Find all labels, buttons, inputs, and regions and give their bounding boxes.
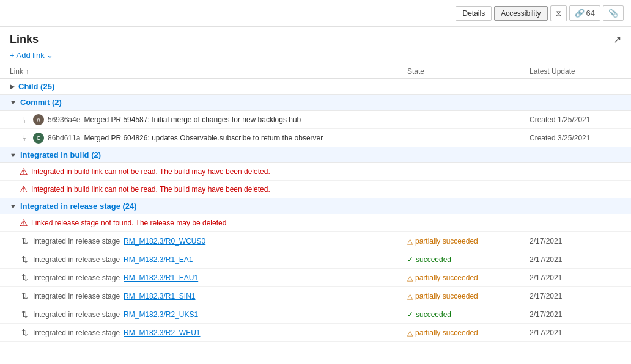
commit-date-2: Created 3/25/2021 bbox=[530, 134, 621, 142]
release-item-2-left: ⇅ Integrated in release stage RM_M182.3/… bbox=[20, 255, 407, 264]
main-content: Links ↗ + Add link ⌄ Link ↑ State Latest… bbox=[0, 27, 631, 364]
section-integrated-release[interactable]: ▼ Integrated in release stage (24) bbox=[0, 198, 631, 214]
status-partial-1: △ partially succeeded bbox=[407, 237, 530, 246]
warning-triangle-icon-4: △ bbox=[407, 292, 413, 300]
stage-link-6[interactable]: RM_M182.3/R2_WEU1 bbox=[124, 329, 200, 337]
attachment-button[interactable]: 📎 bbox=[603, 5, 624, 21]
history-button[interactable]: ⧖ bbox=[550, 5, 567, 21]
table-area: Link ↑ State Latest Update ▶ Child (25) … bbox=[0, 65, 631, 364]
release-state-4: △ partially succeeded bbox=[407, 292, 530, 300]
list-scroll[interactable]: ▶ Child (25) ▼ Commit (2) ⑂ A 56936a4e M… bbox=[0, 79, 631, 361]
links-header: Links ↗ bbox=[0, 27, 631, 49]
stage-icon-3: ⇅ bbox=[20, 273, 29, 283]
release-state-3: △ partially succeeded bbox=[407, 274, 530, 282]
release-item-1: ⇅ Integrated in release stage RM_M182.3/… bbox=[0, 232, 631, 250]
expand-icon[interactable]: ↗ bbox=[613, 34, 621, 45]
avatar-2: C bbox=[33, 133, 44, 144]
page-title: Links bbox=[10, 33, 39, 46]
toolbar: Details Accessibility ⧖ 🔗 64 📎 bbox=[0, 0, 631, 27]
release-date-3: 2/17/2021 bbox=[530, 274, 621, 282]
commit-msg-2: Merged PR 604826: updates Observable.sub… bbox=[84, 134, 323, 142]
add-link-chevron: ⌄ bbox=[46, 51, 53, 60]
links-count: 64 bbox=[586, 9, 595, 18]
section-build-label: Integrated in build (2) bbox=[20, 150, 101, 159]
status-partial-3: △ partially succeeded bbox=[407, 274, 530, 282]
release-item-2: ⇅ Integrated in release stage RM_M182.3/… bbox=[0, 250, 631, 269]
commit-date-1: Created 1/25/2021 bbox=[530, 115, 621, 124]
stage-icon-1: ⇅ bbox=[20, 236, 29, 246]
stage-icon-5: ⇅ bbox=[20, 310, 29, 319]
status-success-2: ✓ succeeded bbox=[407, 255, 530, 264]
build-error-text-2: Integrated in build link can not be read… bbox=[31, 185, 270, 194]
status-partial-4: △ partially succeeded bbox=[407, 292, 530, 300]
error-icon-3: ⚠ bbox=[20, 217, 28, 228]
accessibility-button[interactable]: Accessibility bbox=[494, 6, 547, 21]
build-error-text-1: Integrated in build link can not be read… bbox=[31, 167, 270, 176]
column-headers: Link ↑ State Latest Update bbox=[0, 65, 631, 79]
stage-link-5[interactable]: RM_M182.3/R2_UKS1 bbox=[124, 310, 198, 319]
commit-hash-2: 86bd611a bbox=[48, 134, 80, 142]
links-button[interactable]: 🔗 64 bbox=[569, 5, 600, 21]
stage-link-1[interactable]: RM_M182.3/R0_WCUS0 bbox=[124, 237, 205, 246]
release-state-5: ✓ succeeded bbox=[407, 310, 530, 319]
section-commit-label: Commit (2) bbox=[20, 98, 62, 107]
release-item-6: ⇅ Integrated in release stage RM_M182.3/… bbox=[0, 324, 631, 342]
attachment-icon: 📎 bbox=[608, 9, 618, 18]
release-item-1-left: ⇅ Integrated in release stage RM_M182.3/… bbox=[20, 236, 407, 246]
stage-prefix-6: Integrated in release stage bbox=[33, 329, 120, 337]
section-child[interactable]: ▶ Child (25) bbox=[0, 79, 631, 95]
chevron-down-icon-2: ▼ bbox=[10, 151, 17, 159]
error-icon-1: ⚠ bbox=[20, 166, 28, 177]
details-button[interactable]: Details bbox=[456, 6, 492, 21]
release-date-5: 2/17/2021 bbox=[530, 310, 621, 319]
commit-branch-icon-2: ⑂ bbox=[20, 133, 29, 143]
col-state-header: State bbox=[407, 67, 530, 76]
commit-item-2-left: ⑂ C 86bd611a Merged PR 604826: updates O… bbox=[20, 133, 407, 144]
add-link-label: + Add link bbox=[10, 51, 45, 60]
stage-link-3[interactable]: RM_M182.3/R1_EAU1 bbox=[124, 274, 198, 282]
stage-icon-6: ⇅ bbox=[20, 328, 29, 338]
stage-link-2[interactable]: RM_M182.3/R1_EA1 bbox=[124, 255, 193, 264]
warning-triangle-icon-6: △ bbox=[407, 329, 413, 337]
status-success-5: ✓ succeeded bbox=[407, 310, 530, 319]
stage-icon-2: ⇅ bbox=[20, 255, 29, 264]
release-date-4: 2/17/2021 bbox=[530, 292, 621, 300]
warning-triangle-icon-1: △ bbox=[407, 237, 413, 246]
release-item-3: ⇅ Integrated in release stage RM_M182.3/… bbox=[0, 269, 631, 287]
col-update-header: Latest Update bbox=[530, 67, 621, 76]
stage-prefix-2: Integrated in release stage bbox=[33, 255, 120, 264]
col-link-header: Link ↑ bbox=[10, 67, 407, 76]
release-item-4: ⇅ Integrated in release stage RM_M182.3/… bbox=[0, 287, 631, 305]
release-error-text-1: Linked release stage not found. The rele… bbox=[31, 219, 226, 227]
release-state-6: △ partially succeeded bbox=[407, 329, 530, 337]
release-state-2: ✓ succeeded bbox=[407, 255, 530, 264]
link-icon: 🔗 bbox=[575, 9, 585, 18]
commit-item-2: ⑂ C 86bd611a Merged PR 604826: updates O… bbox=[0, 129, 631, 147]
commit-hash-1: 56936a4e bbox=[48, 115, 80, 124]
release-date-6: 2/17/2021 bbox=[530, 329, 621, 337]
status-partial-6: △ partially succeeded bbox=[407, 329, 530, 337]
build-error-1: ⚠ Integrated in build link can not be re… bbox=[0, 163, 631, 181]
check-icon-2: ✓ bbox=[407, 255, 413, 264]
add-link-row: + Add link ⌄ bbox=[0, 49, 631, 65]
add-link-button[interactable]: + Add link ⌄ bbox=[10, 51, 53, 60]
stage-link-4[interactable]: RM_M182.3/R1_SIN1 bbox=[124, 292, 195, 300]
release-item-4-left: ⇅ Integrated in release stage RM_M182.3/… bbox=[20, 291, 407, 301]
commit-msg-1: Merged PR 594587: Initial merge of chang… bbox=[84, 115, 301, 124]
error-icon-2: ⚠ bbox=[20, 184, 28, 195]
section-commit[interactable]: ▼ Commit (2) bbox=[0, 95, 631, 111]
chevron-down-icon: ▼ bbox=[10, 99, 17, 106]
warning-triangle-icon-3: △ bbox=[407, 274, 413, 282]
section-integrated-build[interactable]: ▼ Integrated in build (2) bbox=[0, 147, 631, 163]
release-date-2: 2/17/2021 bbox=[530, 255, 621, 264]
commit-branch-icon: ⑂ bbox=[20, 115, 29, 125]
sort-arrow[interactable]: ↑ bbox=[26, 68, 29, 75]
commit-item-1: ⑂ A 56936a4e Merged PR 594587: Initial m… bbox=[0, 111, 631, 129]
stage-icon-4: ⇅ bbox=[20, 291, 29, 301]
stage-prefix-3: Integrated in release stage bbox=[33, 274, 120, 282]
release-item-6-left: ⇅ Integrated in release stage RM_M182.3/… bbox=[20, 328, 407, 338]
chevron-down-icon-3: ▼ bbox=[10, 203, 17, 210]
stage-prefix-5: Integrated in release stage bbox=[33, 310, 120, 319]
avatar-1: A bbox=[33, 114, 44, 125]
release-error-1: ⚠ Linked release stage not found. The re… bbox=[0, 214, 631, 232]
